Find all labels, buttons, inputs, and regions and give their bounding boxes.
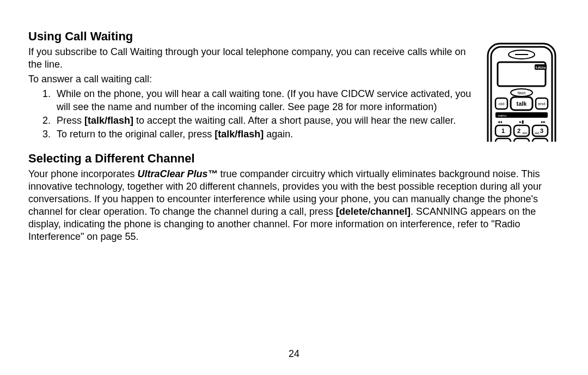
heading-call-waiting: Using Call Waiting [28,29,476,44]
intro-line-2: To answer a call waiting call: [28,73,476,86]
manual-page: Using Call Waiting If you subscribe to C… [0,0,588,375]
key-2-label: 2 [517,128,520,134]
talk-key-label: talk [517,100,528,107]
key-4-label: 4 [499,141,503,142]
svg-text:▸▮: ▸▮ [519,119,524,124]
section-call-waiting: Using Call Waiting If you subscribe to C… [28,29,476,152]
cid-key-label: cid [499,101,504,106]
phone-illustration: 5.8GHz flash cid talk end menu ◂◂ ▸▮ ▸▸ [483,40,560,142]
steps-list: While on the phone, you will hear a call… [28,88,476,140]
key-5-label: 5 [517,141,520,142]
key-2-sub: abc [522,131,528,135]
svg-text:◂◂: ◂◂ [498,119,502,124]
svg-rect-18 [514,138,529,142]
step-3-post: again. [264,129,293,140]
top-row: Using Call Waiting If you subscribe to C… [28,29,560,152]
heading-channel: Selecting a Different Channel [28,152,560,166]
end-key-label: end [538,101,545,106]
channel-bold: [delete/channel] [336,206,411,217]
channel-paragraph: Your phone incorporates UltraClear Plus™… [28,168,560,243]
svg-rect-17 [495,138,511,142]
step-1-text: While on the phone, you will hear a call… [57,88,471,112]
step-2-bold: [talk/flash] [84,115,133,126]
key-3-sub: def [535,131,540,135]
svg-rect-15 [514,125,529,136]
step-2: Press [talk/flash] to accept the waiting… [53,114,476,127]
key-1-label: 1 [501,128,505,134]
page-number: 24 [0,348,588,360]
step-2-post: to accept the waiting call. After a shor… [133,115,456,126]
handset-icon: 5.8GHz flash cid talk end menu ◂◂ ▸▮ ▸▸ [483,40,560,142]
menu-label: menu [498,114,506,117]
flash-key-label: flash [518,91,526,95]
key-3-label: 3 [540,128,543,134]
section-channel: Selecting a Different Channel Your phone… [28,152,560,244]
intro-line-1: If you subscribe to Call Waiting through… [28,46,476,71]
svg-text:▸▸: ▸▸ [541,119,546,124]
step-3: To return to the original caller, press … [53,128,476,141]
key-6-label: 6 [540,141,543,142]
brand-label: 5.8GHz [536,66,546,69]
step-3-pre: To return to the original caller, press [57,129,215,140]
channel-pre: Your phone incorporates [28,168,137,179]
step-1: While on the phone, you will hear a call… [53,88,476,113]
step-2-pre: Press [57,115,84,126]
step-3-bold: [talk/flash] [215,129,264,140]
channel-em: UltraClear Plus™ [137,168,217,179]
